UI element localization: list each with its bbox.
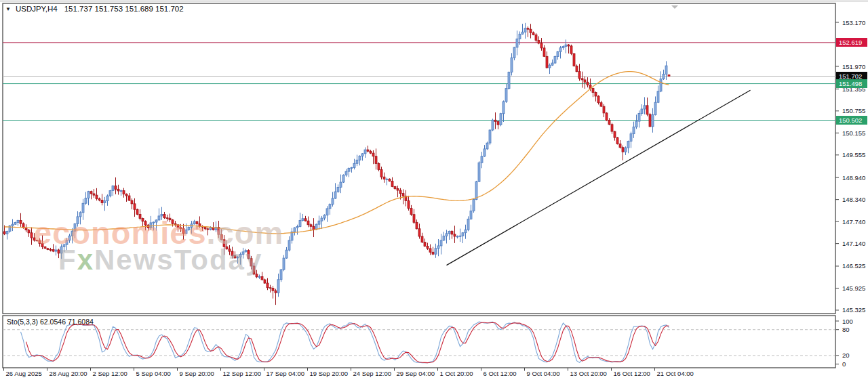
time-axis-label: 9 Oct 04:00 <box>527 370 560 377</box>
indicator-panel-frame <box>3 316 835 368</box>
chart-title: ▼USDJPY,H4151.737 151.753 151.689 151.70… <box>5 5 184 13</box>
moving-average-line <box>5 72 669 234</box>
chart-shift-marker-icon[interactable] <box>671 5 678 9</box>
time-axis-label: 19 Sep 20:00 <box>310 370 349 377</box>
price-axis-label: 150.755 <box>842 107 865 114</box>
price-axis-label: 150.155 <box>842 129 865 137</box>
chart-canvas[interactable] <box>0 0 868 384</box>
time-axis-label: 26 Aug 2025 <box>6 370 42 377</box>
indicator-axis-label: 20 <box>842 351 850 359</box>
price-axis-label: 146.525 <box>842 262 865 270</box>
stochastic-k-line <box>21 322 669 363</box>
indicator-label: Sto(5,3,3) 62.0546 71.6084 <box>7 318 94 326</box>
support-price-badge[interactable]: 150.502 <box>836 116 867 125</box>
price-axis-label: 147.740 <box>842 218 865 226</box>
symbol-timeframe-label: USDJPY,H4 <box>16 5 58 13</box>
time-axis-label: 21 Oct 04:00 <box>657 370 694 377</box>
indicator-axis-label: 80 <box>842 326 850 333</box>
time-axis-label: 28 Aug 20:00 <box>50 370 87 377</box>
time-axis-label: 24 Sep 12:00 <box>353 370 392 377</box>
indicator-axis-label: 100 <box>842 318 853 325</box>
time-axis-label: 17 Sep 04:00 <box>267 370 305 377</box>
time-axis-label: 9 Sep 20:00 <box>180 370 214 377</box>
trendline[interactable] <box>447 90 751 265</box>
time-axis-label: 29 Sep 04:00 <box>397 370 435 377</box>
price-axis-label: 147.140 <box>842 240 865 247</box>
price-axis-label: 151.970 <box>842 63 865 70</box>
time-axis-label: 6 Oct 12:00 <box>484 370 517 377</box>
price-axis-label: 148.340 <box>842 196 865 203</box>
price-axis-label: 145.325 <box>842 306 865 314</box>
indicator-axis-label: 0 <box>842 360 846 368</box>
support-price-badge[interactable]: 151.498 <box>836 79 867 88</box>
time-axis-label: 1 Oct 20:00 <box>440 370 473 377</box>
resistance-price-badge[interactable]: 152.619 <box>836 38 867 47</box>
candlestick-series <box>3 23 670 305</box>
time-axis-label: 16 Oct 12:00 <box>614 370 650 377</box>
time-axis-label: 13 Oct 20:00 <box>570 370 607 377</box>
price-axis-label: 149.555 <box>842 151 865 158</box>
price-axis-label: 145.925 <box>842 284 865 292</box>
time-axis-label: 5 Sep 04:00 <box>136 370 171 377</box>
symbol-dropdown-icon[interactable]: ▼ <box>5 6 11 12</box>
time-axis-label: 2 Sep 12:00 <box>93 370 127 377</box>
trading-chart-window: { "header": { "dropdown_icon": "▼", "sym… <box>0 0 868 384</box>
price-axis-label: 153.170 <box>842 19 865 26</box>
price-axis-label: 148.940 <box>842 174 865 182</box>
ohlc-values-label: 151.737 151.753 151.689 151.702 <box>64 5 184 13</box>
main-panel-frame <box>3 3 835 314</box>
time-axis-label: 12 Sep 12:00 <box>223 370 262 377</box>
